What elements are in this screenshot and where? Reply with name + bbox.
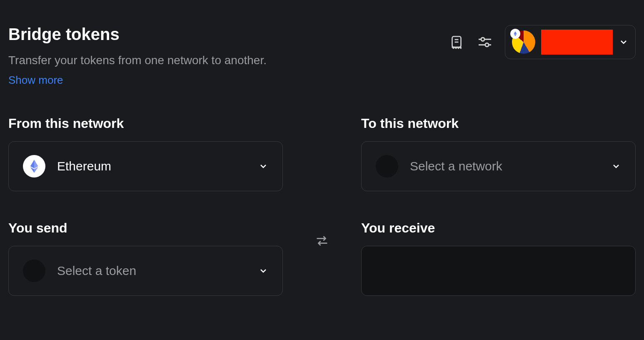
you-receive-label: You receive (361, 220, 636, 236)
svg-point-6 (485, 43, 489, 47)
network-placeholder-icon (376, 155, 398, 178)
account-address-redacted (541, 30, 613, 55)
to-network-placeholder: Select a network (410, 159, 502, 173)
chevron-down-icon (619, 37, 629, 47)
page-title: Bridge tokens (8, 25, 448, 44)
send-token-placeholder: Select a token (57, 264, 136, 278)
swap-direction-button[interactable] (314, 232, 330, 249)
to-network-label: To this network (361, 116, 636, 131)
chevron-down-icon (258, 161, 268, 171)
receipt-icon[interactable] (448, 34, 465, 50)
chevron-down-icon (258, 266, 268, 276)
from-network-selector[interactable]: Ethereum (8, 141, 283, 191)
you-send-label: You send (8, 220, 283, 236)
settings-sliders-icon[interactable] (477, 34, 493, 50)
receive-output (361, 246, 636, 296)
ethereum-badge-icon (510, 29, 520, 39)
svg-point-4 (481, 38, 484, 41)
send-token-selector[interactable]: Select a token (8, 246, 283, 296)
show-more-link[interactable]: Show more (8, 74, 63, 86)
chevron-down-icon (611, 161, 621, 171)
page-subtitle: Transfer your tokens from one network to… (8, 54, 448, 67)
account-avatar (512, 30, 535, 54)
account-selector[interactable] (505, 25, 636, 59)
token-placeholder-icon (23, 260, 45, 282)
from-network-value: Ethereum (57, 159, 111, 173)
to-network-selector[interactable]: Select a network (361, 141, 636, 191)
from-network-label: From this network (8, 116, 283, 131)
ethereum-icon (23, 155, 45, 178)
